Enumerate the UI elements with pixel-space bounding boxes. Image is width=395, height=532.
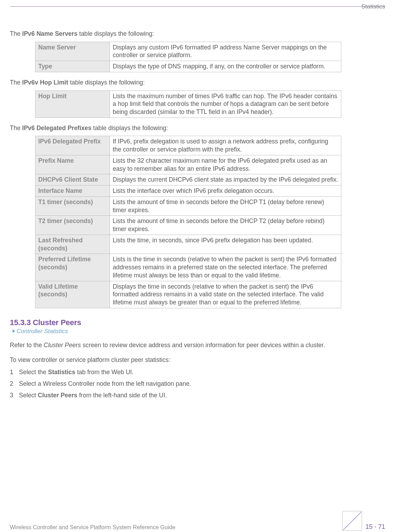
text: Refer to the — [10, 342, 44, 349]
step-number: 1 — [10, 368, 13, 377]
bold-term: IPv6 Name Servers — [22, 30, 78, 37]
list-item: 3 Select Cluster Peers from the left-han… — [10, 391, 385, 400]
table-row: Preferred Lifetime (seconds)Lists is the… — [35, 254, 341, 281]
table-row: T1 timer (seconds)Lists the amount of ti… — [35, 196, 341, 216]
breadcrumb: Controller Statistics — [13, 328, 385, 335]
table-ipv6-name-servers: Name Server Displays any custom IPv6 for… — [35, 42, 341, 72]
cell-desc: Lists the maximum number of times IPv6 t… — [110, 90, 341, 117]
cell-desc: If IPv6, prefix delegation is used to as… — [110, 136, 341, 155]
cell-label: T2 timer (seconds) — [35, 216, 110, 235]
text: The — [10, 124, 22, 132]
text: The — [10, 79, 22, 86]
cell-label: Last Refreshed (seconds) — [35, 235, 110, 254]
table-row: Valid Lifetime (seconds)Displays the tim… — [35, 281, 341, 308]
cell-desc: Displays the current DHCPv6 client state… — [110, 174, 341, 186]
cell-label: Interface Name — [35, 186, 110, 197]
text: tab from the Web UI. — [75, 369, 134, 376]
cell-desc: Displays any custom IPv6 formatted IP ad… — [110, 42, 341, 61]
list-item: 2 Select a Wireless Controller node from… — [10, 379, 385, 389]
table-row: Type Displays the type of DNS mapping, i… — [35, 61, 341, 72]
breadcrumb-text: Controller Statistics — [17, 328, 68, 335]
bold-term: Cluster Peers — [38, 392, 78, 399]
page-number: 15 - 71 — [366, 523, 385, 531]
cluster-peers-intro: Refer to the Cluster Peers screen to rev… — [10, 341, 385, 350]
footer-title: Wireless Controller and Service Platform… — [10, 524, 175, 531]
cell-desc: Displays the type of DNS mapping, if any… — [110, 61, 341, 72]
cell-desc: Lists the amount of time in seconds befo… — [110, 216, 341, 235]
cell-label: T1 timer (seconds) — [35, 196, 110, 216]
cell-desc: Lists the amount of time in seconds befo… — [110, 196, 341, 216]
table-row: Last Refreshed (seconds)Lists the time, … — [35, 235, 341, 254]
table-row: Name Server Displays any custom IPv6 for… — [35, 42, 341, 61]
intro-ipv6-name-servers: The IPv6 Name Servers table displays the… — [10, 30, 385, 38]
emphasis: Cluster Peers — [44, 342, 81, 349]
page: Statistics The IPv6 Name Servers table d… — [0, 6, 395, 532]
list-item: 1 Select the Statistics tab from the Web… — [10, 368, 385, 377]
cell-desc: Lists the time, in seconds, since IPv6 p… — [110, 235, 341, 254]
cell-label: Valid Lifetime (seconds) — [35, 281, 110, 308]
bold-term: IPv6v Hop Limit — [22, 79, 68, 86]
table-row: Prefix NameLists the 32 character maximu… — [35, 155, 341, 174]
text: table displays the following: — [78, 30, 154, 37]
text: The — [10, 30, 22, 37]
section-heading-cluster-peers: 15.3.3 Cluster Peers — [10, 318, 385, 327]
table-ipv6-hop-limit: Hop Limit Lists the maximum number of ti… — [35, 90, 341, 118]
page-footer: Wireless Controller and Service Platform… — [10, 511, 385, 531]
table-row: Interface NameLists the interface over w… — [35, 186, 341, 197]
table-ipv6-delegated-prefixes: IPv6 Delegated PrefixIf IPv6, prefix del… — [35, 136, 341, 308]
table-row: Hop Limit Lists the maximum number of ti… — [35, 90, 341, 117]
bold-term: Statistics — [48, 369, 75, 376]
cell-desc: Lists is the time in seconds (relative t… — [110, 254, 341, 281]
cluster-peers-lead: To view controller or service platform c… — [10, 356, 385, 364]
table-row: DHCPv6 Client StateDisplays the current … — [35, 174, 341, 186]
text: Select — [19, 392, 38, 399]
text: screen to review device address and vers… — [81, 342, 325, 349]
cell-desc: Lists the interface over which IPv6 pref… — [110, 186, 341, 197]
cell-label: Name Server — [35, 42, 110, 61]
text: Select a Wireless Controller node from t… — [19, 380, 191, 387]
intro-ipv6-hop-limit: The IPv6v Hop Limit table displays the f… — [10, 79, 385, 87]
cell-label: IPv6 Delegated Prefix — [35, 136, 110, 155]
cell-desc: Lists the 32 character maximum name for … — [110, 155, 341, 174]
footer-right: 15 - 71 — [342, 511, 385, 531]
text: from the left-hand side of the UI. — [77, 392, 167, 399]
cell-label: Hop Limit — [35, 90, 110, 117]
cell-desc: Displays the time in seconds (relative t… — [110, 281, 341, 308]
running-header: Statistics — [10, 3, 385, 20]
intro-ipv6-delegated-prefixes: The IPv6 Delegated Prefixes table displa… — [10, 124, 385, 133]
cell-label: Prefix Name — [35, 155, 110, 174]
cell-label: Preferred Lifetime (seconds) — [35, 254, 110, 281]
step-number: 3 — [10, 391, 13, 400]
text: Select the — [19, 369, 48, 376]
content-area: The IPv6 Name Servers table displays the… — [10, 20, 385, 400]
steps-list: 1 Select the Statistics tab from the Web… — [10, 368, 385, 400]
bold-term: IPv6 Delegated Prefixes — [22, 124, 91, 132]
text: table displays the following: — [68, 79, 145, 86]
footer-slash-icon — [342, 511, 362, 531]
cell-label: Type — [35, 61, 110, 72]
table-row: IPv6 Delegated PrefixIf IPv6, prefix del… — [35, 136, 341, 155]
arrow-right-icon — [13, 329, 15, 333]
text: table displays the following: — [92, 124, 168, 132]
cell-label: DHCPv6 Client State — [35, 174, 110, 186]
step-number: 2 — [10, 379, 13, 389]
table-row: T2 timer (seconds)Lists the amount of ti… — [35, 216, 341, 235]
